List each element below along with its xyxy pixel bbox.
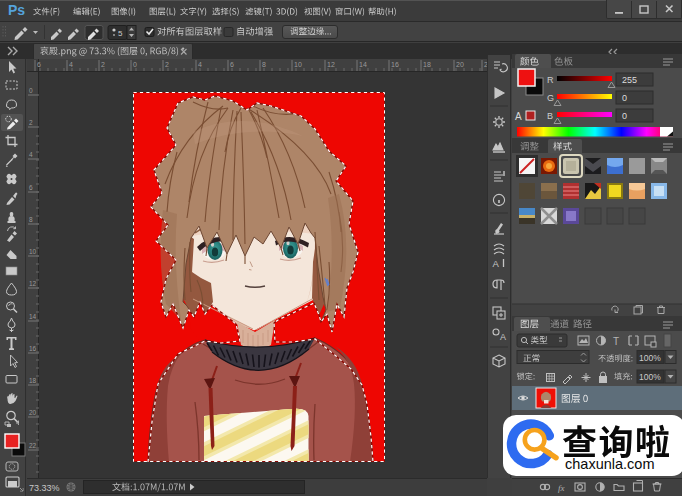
svg-text:0: 0 bbox=[133, 61, 137, 68]
svg-text:A: A bbox=[493, 258, 500, 269]
svg-text:4: 4 bbox=[29, 151, 33, 158]
svg-text:255: 255 bbox=[622, 75, 637, 85]
svg-text:chaxunla.com: chaxunla.com bbox=[565, 456, 654, 472]
svg-text:B: B bbox=[547, 111, 553, 121]
svg-text:12: 12 bbox=[327, 61, 335, 68]
svg-text:A: A bbox=[515, 111, 522, 122]
svg-text:T: T bbox=[613, 336, 619, 347]
svg-text:8: 8 bbox=[29, 216, 33, 223]
svg-text:fx: fx bbox=[558, 483, 565, 493]
svg-text:0: 0 bbox=[622, 93, 627, 103]
svg-text:R: R bbox=[547, 75, 554, 85]
svg-text:0: 0 bbox=[622, 111, 627, 121]
svg-text:100%: 100% bbox=[639, 353, 661, 363]
svg-text:20: 20 bbox=[29, 409, 37, 416]
svg-text:14: 14 bbox=[29, 313, 37, 320]
svg-text:G: G bbox=[547, 93, 554, 103]
svg-text:18: 18 bbox=[29, 377, 37, 384]
svg-text:6: 6 bbox=[29, 184, 33, 191]
svg-text:16: 16 bbox=[391, 61, 399, 68]
svg-text:8: 8 bbox=[262, 61, 266, 68]
svg-text:16: 16 bbox=[29, 345, 37, 352]
svg-text:2: 2 bbox=[101, 61, 105, 68]
svg-text:18: 18 bbox=[423, 61, 431, 68]
svg-text:6: 6 bbox=[37, 61, 41, 68]
svg-text:12: 12 bbox=[29, 280, 37, 287]
svg-text:4: 4 bbox=[69, 61, 73, 68]
svg-text:2: 2 bbox=[29, 119, 33, 126]
svg-text:0: 0 bbox=[29, 87, 33, 94]
svg-text:14: 14 bbox=[359, 61, 367, 68]
svg-text:5: 5 bbox=[118, 29, 123, 38]
svg-text:100%: 100% bbox=[639, 372, 661, 382]
svg-text:2: 2 bbox=[165, 61, 169, 68]
svg-text:10: 10 bbox=[29, 248, 37, 255]
svg-text:20: 20 bbox=[456, 61, 464, 68]
svg-text:A: A bbox=[500, 332, 506, 342]
svg-text:10: 10 bbox=[294, 61, 302, 68]
svg-text:22: 22 bbox=[29, 442, 37, 449]
svg-text:4: 4 bbox=[198, 61, 202, 68]
svg-text:6: 6 bbox=[230, 61, 234, 68]
